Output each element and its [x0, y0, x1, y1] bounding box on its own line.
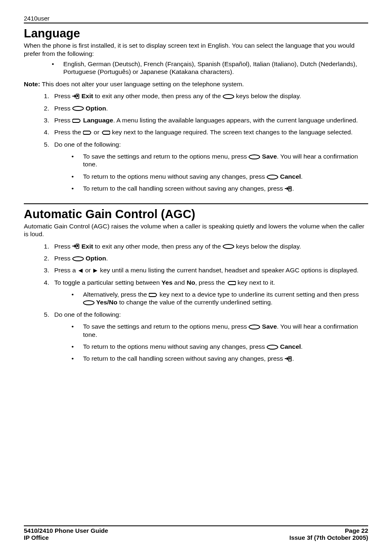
bullet-dot: •: [71, 355, 83, 362]
running-header: 2410user: [24, 15, 368, 23]
softkey-icon: [223, 244, 234, 249]
section1-note: Note: This does not alter your user lang…: [24, 80, 368, 88]
footer-issue: Issue 3f (7th October 2005): [289, 534, 368, 541]
softkey-icon: [267, 175, 278, 180]
softkey-icon: [83, 300, 95, 305]
footer-guide-title: 5410/2410 Phone User Guide: [24, 527, 108, 534]
bullet-dot: •: [71, 343, 83, 350]
exit-icon: [72, 244, 80, 249]
section2-step5-save: To save the settings and return to the o…: [83, 322, 368, 339]
section1-step5-exit: To return to the call handling screen wi…: [83, 184, 294, 192]
arrow-right-icon: [92, 268, 98, 274]
section2-step2: Press Option.: [51, 254, 368, 262]
section1-step5-cancel: To return to the options menu without sa…: [83, 173, 303, 180]
section2-step3: Press a or key until a menu listing the …: [51, 266, 368, 274]
section2-intro: Automatic Gain Control (AGC) raises the …: [24, 222, 368, 238]
bullet-dot: •: [52, 60, 63, 76]
exit-icon: [285, 356, 292, 362]
bullet-dot: •: [71, 290, 83, 306]
section-divider: [24, 203, 368, 204]
language-list-bullet: English, German (Deutsch), French (Franç…: [63, 60, 368, 76]
softkey-icon: [249, 325, 260, 329]
key-right-icon: [149, 292, 158, 297]
section1-step4: Press the or key next to the language re…: [51, 128, 368, 136]
section1-step2: Press Option.: [51, 104, 368, 112]
key-right-icon: [72, 118, 81, 123]
key-left-icon: [101, 130, 110, 135]
section-heading-agc: Automatic Gain Control (AGC): [24, 207, 368, 221]
softkey-icon: [72, 256, 84, 261]
section1-intro: When the phone is first installed, it is…: [24, 41, 368, 58]
section2-step4: To toggle a particular setting between Y…: [51, 279, 368, 306]
bullet-dot: •: [71, 152, 83, 168]
section1-step5: Do one of the following: • To save the s…: [51, 140, 368, 193]
bullet-dot: •: [71, 173, 83, 180]
section2-step5-cancel: To return to the options menu without sa…: [83, 343, 303, 350]
footer-product: IP Office: [24, 534, 108, 541]
arrow-left-icon: [78, 268, 83, 274]
section1-step1: Press Exit to exit any other mode, then …: [51, 92, 368, 100]
softkey-icon: [267, 345, 278, 350]
section-heading-language: Language: [24, 26, 368, 41]
key-left-icon: [227, 281, 236, 286]
bullet-dot: •: [71, 184, 83, 192]
section2-step5-exit: To return to the call handling screen wi…: [83, 355, 294, 362]
exit-icon: [72, 94, 80, 99]
section2-step5: Do one of the following: • To save the s…: [51, 311, 368, 363]
bullet-dot: •: [71, 322, 83, 339]
section1-step3: Press Language. A menu listing the avail…: [51, 116, 368, 124]
section1-step5-save: To save the settings and return to the o…: [83, 152, 368, 168]
footer-page-number: Page 22: [289, 527, 368, 534]
softkey-icon: [249, 154, 260, 159]
exit-icon: [285, 186, 292, 192]
section2-step4-alt: Alternatively, press the key next to a d…: [83, 290, 368, 306]
softkey-icon: [72, 106, 84, 111]
softkey-icon: [223, 94, 234, 99]
key-right-icon: [83, 130, 92, 135]
footer-divider: [24, 525, 368, 526]
section2-step1: Press Exit to exit any other mode, then …: [51, 242, 368, 250]
